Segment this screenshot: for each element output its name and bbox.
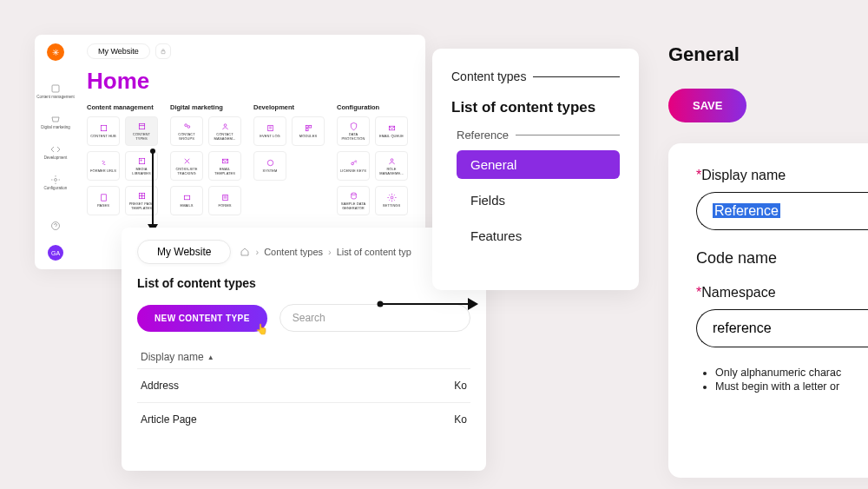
flow-arrow-icon [376, 295, 480, 313]
display-name-input[interactable]: Reference [696, 192, 868, 230]
svg-point-11 [187, 126, 189, 129]
table-header[interactable]: Display name ▲ [137, 346, 470, 368]
namespace-input[interactable]: reference [696, 309, 868, 347]
tab-features[interactable]: Features [457, 221, 620, 250]
flow-arrow-icon [144, 148, 161, 235]
lock-button[interactable] [155, 43, 171, 59]
app-grid: Content management CONTENT HUB CONTENT T… [87, 103, 415, 221]
svg-rect-19 [306, 129, 308, 131]
tile-email-templates[interactable]: EMAIL TEMPLATES [208, 151, 241, 181]
content-type-tabs: General Fields Features [457, 150, 620, 250]
svg-rect-16 [267, 126, 273, 131]
save-button[interactable]: SAVE [668, 89, 746, 122]
section-heading: Configuration [337, 103, 408, 111]
svg-rect-15 [222, 195, 227, 201]
svg-point-24 [351, 193, 356, 195]
namespace-label: *Namespace [696, 285, 868, 301]
svg-rect-21 [389, 127, 394, 131]
svg-point-1 [55, 178, 57, 181]
tile-content-hub[interactable]: CONTENT HUB [87, 116, 120, 146]
tab-fields[interactable]: Fields [457, 186, 620, 215]
display-name-label: *Display name [696, 168, 868, 183]
list-title: List of content types [137, 276, 470, 290]
namespace-hints: Only alphanumeric charac Must begin with… [696, 367, 868, 393]
tile-forms[interactable]: FORMS [208, 186, 241, 215]
section-configuration: Configuration DATA PROTECTION EMAIL QUEU… [337, 103, 408, 221]
svg-rect-8 [101, 195, 106, 201]
svg-point-23 [391, 159, 393, 162]
svg-point-10 [184, 124, 187, 127]
chevron-right-icon: › [328, 247, 332, 257]
tile-license-keys[interactable]: LICENSE KEYS [337, 151, 370, 181]
tile-contact-management[interactable]: CONTACT MANAGEM... [208, 116, 241, 146]
tile-role-management[interactable]: ROLE MANAGEME... [375, 151, 408, 181]
tile-settings[interactable]: SETTINGS [375, 186, 408, 215]
home-icon[interactable] [240, 247, 250, 257]
svg-rect-13 [222, 159, 227, 163]
lock-icon [160, 48, 167, 55]
site-selector[interactable]: My Website [87, 43, 150, 59]
row-name: Article Page [141, 413, 197, 426]
tile-emails[interactable]: EMAILS [170, 186, 203, 215]
tile-sample-data-generator[interactable]: SAMPLE DATA GENERATOR [337, 186, 370, 215]
content-types-table: Display name ▲ Address Ko Article Page K… [137, 346, 470, 436]
form-title: General [668, 43, 868, 66]
sidebar-item-label: Digital marketing [41, 126, 70, 130]
tile-contact-groups[interactable]: CONTACT GROUPS [170, 116, 203, 146]
svg-rect-0 [52, 85, 59, 92]
tile-content-types[interactable]: CONTENT TYPES [125, 116, 158, 146]
breadcrumb-item: List of content typ [337, 247, 411, 257]
divider-line [533, 76, 620, 77]
svg-point-12 [224, 124, 227, 127]
sidebar-item-help[interactable] [49, 217, 62, 235]
svg-rect-18 [308, 126, 311, 129]
tile-cross-site-tracking[interactable]: CROSS-SITE TRACKING [170, 151, 203, 181]
sidebar-item-configuration[interactable]: Configuration [43, 171, 69, 195]
tab-general[interactable]: General [457, 150, 620, 179]
brand-logo-icon[interactable]: ✳ [47, 43, 64, 61]
table-row[interactable]: Article Page Ko [137, 402, 470, 436]
svg-rect-3 [161, 51, 165, 54]
svg-point-20 [267, 161, 273, 166]
row-trail: Ko [454, 413, 467, 426]
svg-point-7 [140, 160, 141, 161]
sidebar-item-content-management[interactable]: Content management [35, 80, 76, 103]
topbar: My Website [87, 43, 415, 59]
breadcrumb: › Content types › List of content typ [240, 247, 411, 257]
panel-breadcrumb: Content types [451, 69, 620, 83]
panel-title: List of content types [451, 99, 620, 116]
section-digital-marketing: Digital marketing CONTACT GROUPS CONTACT… [170, 103, 241, 221]
svg-rect-5 [139, 123, 144, 129]
page-title: Home [87, 68, 415, 95]
sidebar-item-label: Content management [36, 96, 74, 100]
sidebar-item-label: Development [44, 156, 68, 161]
breadcrumb-bar: My Website › Content types › List of con… [137, 240, 470, 264]
new-content-type-button[interactable]: NEW CONTENT TYPE 👆 [137, 305, 267, 332]
tile-modules[interactable]: MODULES [292, 116, 325, 146]
tile-data-protection[interactable]: DATA PROTECTION [337, 116, 370, 146]
tile-former-urls[interactable]: FORMER URLS [87, 151, 120, 181]
cursor-icon: 👆 [255, 323, 268, 335]
tile-event-log[interactable]: EVENT LOG [253, 116, 286, 146]
table-row[interactable]: Address Ko [137, 368, 470, 402]
tile-system[interactable]: SYSTEM [253, 151, 286, 181]
hint-item: Only alphanumeric charac [715, 367, 868, 379]
tile-pages[interactable]: PAGES [87, 186, 120, 215]
svg-point-2 [52, 221, 60, 229]
svg-rect-17 [306, 126, 308, 129]
column-header-name: Display name [141, 351, 204, 363]
breadcrumb-site[interactable]: My Website [137, 240, 231, 264]
chevron-right-icon: › [255, 247, 259, 257]
row-trail: Ko [454, 380, 467, 392]
row-name: Address [141, 380, 179, 392]
sidebar-item-development[interactable]: Development [43, 141, 69, 164]
svg-point-25 [391, 196, 393, 199]
hint-item: Must begin with a letter or [715, 380, 868, 393]
user-avatar[interactable]: GA [48, 245, 63, 261]
code-name-heading: Code name [696, 249, 868, 268]
content-type-nav-panel: Content types List of content types Refe… [432, 49, 639, 290]
content-type-name: Reference [457, 129, 620, 142]
sidebar-item-digital-marketing[interactable]: Digital marketing [39, 110, 72, 134]
tile-email-queue[interactable]: EMAIL QUEUE [375, 116, 408, 146]
breadcrumb-item[interactable]: Content types [264, 247, 323, 257]
